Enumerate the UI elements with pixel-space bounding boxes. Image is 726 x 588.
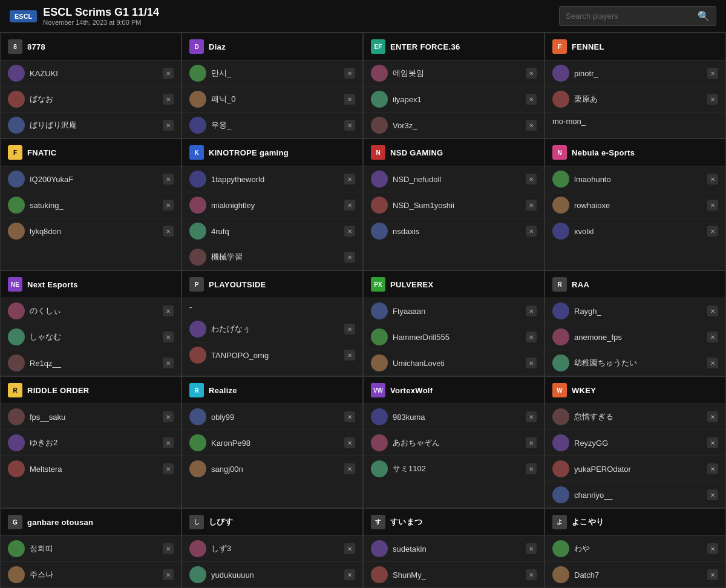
remove-player-button[interactable]: ✕: [163, 543, 174, 554]
remove-player-button[interactable]: ✕: [344, 543, 355, 554]
team-logo-wkey: W: [552, 383, 567, 397]
player-row: ShunMy_✕: [364, 562, 544, 588]
remove-player-button[interactable]: ✕: [707, 94, 718, 105]
player-row: のくしぃ✕: [1, 298, 181, 324]
team-name-fennel: FENNEL: [572, 42, 604, 51]
remove-player-button[interactable]: ✕: [707, 463, 718, 474]
remove-player-button[interactable]: ✕: [344, 68, 355, 79]
player-row: IQ200YukaF✕: [1, 166, 181, 192]
remove-player-button[interactable]: ✕: [163, 437, 174, 448]
team-logo-nebula: N: [552, 145, 567, 160]
search-area[interactable]: 🔍: [559, 6, 716, 26]
player-row: Meltstera✕: [1, 456, 181, 482]
remove-player-button[interactable]: ✕: [526, 411, 537, 422]
remove-player-button[interactable]: ✕: [163, 305, 174, 316]
remove-player-button[interactable]: ✕: [707, 332, 718, 342]
remove-player-button[interactable]: ✕: [707, 68, 718, 79]
remove-player-button[interactable]: ✕: [344, 252, 355, 263]
remove-player-button[interactable]: ✕: [707, 200, 718, 211]
player-name: 幼稚園ちゅうたい: [574, 358, 702, 368]
remove-player-button[interactable]: ✕: [163, 226, 174, 237]
remove-player-button[interactable]: ✕: [707, 411, 718, 422]
remove-player-button[interactable]: ✕: [344, 94, 355, 105]
remove-player-button[interactable]: ✕: [344, 226, 355, 237]
remove-player-button[interactable]: ✕: [344, 350, 355, 361]
search-button[interactable]: 🔍: [698, 10, 710, 22]
remove-player-button[interactable]: ✕: [526, 94, 537, 105]
remove-player-button[interactable]: ✕: [163, 68, 174, 79]
team-card-nebula: NNebula e-Sportslmaohunto✕rowhaioxe✕xvol…: [544, 139, 726, 270]
remove-player-button[interactable]: ✕: [163, 94, 174, 105]
remove-player-button[interactable]: ✕: [344, 200, 355, 211]
player-name: ilyapex1: [393, 95, 521, 104]
player-row: miaknightley✕: [182, 192, 362, 218]
remove-player-button[interactable]: ✕: [526, 569, 537, 580]
remove-player-button[interactable]: ✕: [163, 120, 174, 131]
remove-player-button[interactable]: ✕: [163, 200, 174, 211]
player-avatar: [8, 540, 25, 557]
remove-player-button[interactable]: ✕: [344, 174, 355, 185]
search-input[interactable]: [566, 11, 693, 21]
player-name: HammerDrill555: [393, 333, 521, 342]
player-name: chanriyo__: [574, 491, 702, 500]
remove-player-button[interactable]: ✕: [526, 305, 537, 316]
remove-player-button[interactable]: ✕: [163, 332, 174, 342]
remove-player-button[interactable]: ✕: [344, 411, 355, 422]
team-card-nsd: NNSD GAMINGNSD_nefudoll✕NSD_Sum1yoshii✕n…: [363, 139, 544, 270]
player-name: 우웅_: [211, 120, 339, 131]
remove-player-button[interactable]: ✕: [707, 358, 718, 368]
player-row: sudetakin✕: [364, 536, 544, 562]
remove-player-button[interactable]: ✕: [526, 120, 537, 131]
remove-player-button[interactable]: ✕: [526, 332, 537, 342]
player-name: 怠惰すぎる: [574, 411, 702, 422]
remove-player-button[interactable]: ✕: [163, 358, 174, 368]
player-row: 패닉_0✕: [182, 87, 362, 113]
player-avatar: [189, 223, 206, 240]
remove-player-button[interactable]: ✕: [163, 174, 174, 185]
remove-player-button[interactable]: ✕: [526, 543, 537, 554]
remove-player-button[interactable]: ✕: [707, 543, 718, 554]
player-avatar: [552, 460, 569, 477]
remove-player-button[interactable]: ✕: [707, 437, 718, 448]
remove-player-button[interactable]: ✕: [526, 68, 537, 79]
player-avatar: [371, 197, 388, 214]
player-name: Ftyaaaan: [393, 307, 521, 316]
remove-player-button[interactable]: ✕: [526, 463, 537, 474]
remove-player-button[interactable]: ✕: [163, 463, 174, 474]
remove-player-button[interactable]: ✕: [526, 174, 537, 185]
team-card-kinotrope: KKINOTROPE gaming1tappytheworld✕miaknigh…: [182, 139, 363, 270]
player-row: ReyzyGG✕: [545, 430, 725, 456]
remove-player-button[interactable]: ✕: [526, 200, 537, 211]
player-avatar: [552, 408, 569, 425]
remove-player-button[interactable]: ✕: [707, 305, 718, 316]
team-header-realize: RRealize: [182, 377, 362, 404]
team-name-wkey: WKEY: [572, 386, 596, 395]
player-row: ゆきお2✕: [1, 430, 181, 456]
remove-player-button[interactable]: ✕: [344, 437, 355, 448]
team-name-riddle: RIDDLE ORDER: [27, 386, 90, 395]
team-logo-realize: R: [189, 383, 204, 397]
remove-player-button[interactable]: ✕: [707, 569, 718, 580]
remove-player-button[interactable]: ✕: [163, 411, 174, 422]
team-card-shibisu: ししびすしず3✕yudukuuuun✕Ail3iS__✕: [182, 508, 363, 588]
player-avatar: [552, 223, 569, 240]
remove-player-button[interactable]: ✕: [707, 174, 718, 185]
team-logo-enter-force: EF: [371, 39, 385, 54]
remove-player-button[interactable]: ✕: [344, 324, 355, 335]
player-name: miaknightley: [211, 201, 339, 210]
remove-player-button[interactable]: ✕: [526, 437, 537, 448]
remove-player-button[interactable]: ✕: [526, 358, 537, 368]
player-name: fps__saku: [30, 413, 158, 422]
player-avatar: [371, 566, 388, 583]
remove-player-button[interactable]: ✕: [707, 226, 718, 237]
remove-player-button[interactable]: ✕: [344, 463, 355, 474]
player-name: xvolxl: [574, 227, 702, 236]
player-name: ReyzyGG: [574, 439, 702, 448]
team-logo-kinotrope: K: [189, 145, 204, 160]
player-name: NSD_Sum1yoshii: [393, 201, 521, 210]
remove-player-button[interactable]: ✕: [526, 226, 537, 237]
remove-player-button[interactable]: ✕: [163, 569, 174, 580]
remove-player-button[interactable]: ✕: [344, 569, 355, 580]
remove-player-button[interactable]: ✕: [707, 489, 718, 500]
remove-player-button[interactable]: ✕: [344, 120, 355, 131]
